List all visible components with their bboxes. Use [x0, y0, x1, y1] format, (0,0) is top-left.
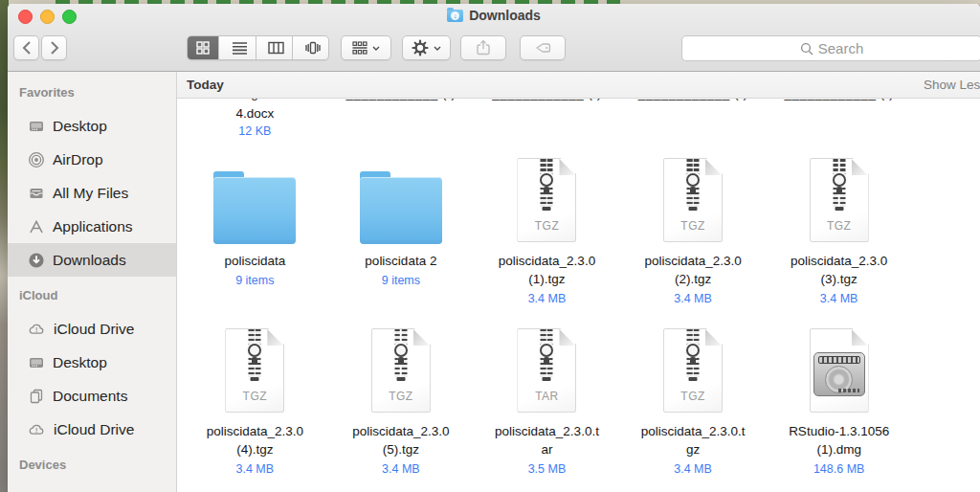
downloads-folder-icon [447, 10, 463, 22]
file-item-archive[interactable]: TAR poliscidata_2.3.0.tar 3.5 MB [474, 320, 620, 490]
tgz-archive-icon: TGZ [328, 320, 475, 415]
file-name: poliscidata_2.3.0(1).tgz [474, 252, 620, 288]
forward-button[interactable] [41, 35, 67, 60]
folder-icon [328, 149, 475, 245]
sidebar-item-label: iCloud Drive [54, 321, 134, 338]
sidebar-item-label: Applications [53, 218, 133, 235]
tgz-archive-icon: TGZ [620, 320, 767, 415]
grid-view-icon [196, 41, 210, 55]
search-icon [800, 42, 813, 56]
file-size: 3.4 MB [620, 462, 767, 476]
file-item-archive[interactable]: TGZ poliscidata_2.3.0(2).tgz 3.4 MB [620, 149, 767, 320]
svg-text:!: ! [35, 426, 37, 433]
arrange-button[interactable] [341, 35, 391, 60]
window-title-area: Downloads [8, 8, 980, 23]
applications-icon [28, 218, 45, 235]
group-title: Today [187, 72, 224, 98]
sidebar-item-desktop[interactable]: Desktop [8, 109, 176, 143]
file-item-partial[interactable]: ____________ ( ) [766, 99, 912, 149]
file-item-partial[interactable]: ____________ ( ) [474, 99, 620, 149]
file-name: poliscidata [182, 252, 328, 270]
column-view-icon [268, 41, 284, 55]
icon-grid: g 4.docx 12 KB ____________ ( ) ________… [177, 99, 980, 490]
sidebar-item-applications[interactable]: Applications [8, 210, 176, 243]
action-menu-button[interactable] [402, 35, 451, 60]
chevron-down-icon [434, 46, 441, 51]
file-item-disk-image[interactable]: RStudio-1.3.1056(1).dmg 148.6 MB [766, 320, 912, 490]
all-my-files-icon [28, 185, 45, 202]
file-item-partial[interactable]: ____________ ( ) [620, 99, 767, 149]
icon-view-button[interactable] [188, 36, 219, 59]
sidebar-item-airdrop[interactable]: AirDrop [8, 143, 176, 176]
file-item-folder[interactable]: poliscidata 2 9 items [328, 149, 475, 320]
tag-button[interactable] [520, 35, 566, 60]
sidebar-item-downloads[interactable]: Downloads [8, 243, 176, 277]
tgz-archive-icon: TGZ [620, 149, 767, 245]
file-name: poliscidata_2.3.0.tar [474, 422, 620, 458]
icloud-drive-icon: ! [28, 321, 46, 338]
svg-text:!: ! [35, 325, 37, 332]
coverflow-view-button[interactable] [298, 36, 328, 59]
share-button[interactable] [460, 35, 506, 60]
file-size: 9 items [182, 274, 328, 287]
file-browser-content: Today Show Less g 4.docx 12 KB _________… [177, 72, 980, 492]
file-name: poliscidata_2.3.0(5).tgz [328, 422, 475, 458]
sidebar-section-devices: Devices [8, 458, 176, 472]
documents-icon [28, 388, 45, 405]
sidebar-item-desktop-icloud[interactable]: Desktop [8, 346, 176, 379]
sidebar-item-all-my-files[interactable]: All My Files [8, 176, 176, 210]
sidebar-item-label: All My Files [53, 185, 128, 202]
desktop-icon [28, 354, 45, 371]
file-name: poliscidata 2 [328, 252, 475, 270]
window-chrome: Downloads [8, 4, 980, 72]
column-view-button[interactable] [261, 36, 293, 59]
partial-file-row: g 4.docx 12 KB ____________ ( ) ________… [182, 99, 980, 149]
sidebar-section-icloud: iCloud [8, 288, 176, 302]
airdrop-icon [28, 151, 45, 168]
sidebar-item-label: Desktop [53, 354, 107, 371]
chevron-down-icon [372, 46, 380, 51]
arrange-icon [352, 41, 368, 55]
tgz-archive-icon: TGZ [474, 149, 620, 245]
file-item-archive[interactable]: TGZ poliscidata_2.3.0(3).tgz 3.4 MB [766, 149, 912, 320]
file-size: 148.6 MB [766, 462, 912, 476]
sidebar-item-label: Documents [53, 388, 127, 405]
file-item-folder[interactable]: poliscidata 9 items [182, 149, 328, 320]
list-view-button[interactable] [224, 36, 256, 59]
group-header-today: Today Show Less [177, 72, 980, 99]
file-item-archive[interactable]: TGZ poliscidata_2.3.0.tgz 3.4 MB [620, 320, 767, 490]
file-item-partial[interactable]: ____________ ( ) [328, 99, 475, 149]
share-icon [475, 39, 492, 56]
file-name: poliscidata_2.3.0(3).tgz [766, 252, 912, 288]
tgz-archive-icon: TGZ [766, 149, 912, 245]
file-row: poliscidata 9 items poliscidata 2 9 item… [182, 149, 980, 320]
view-mode-segmented-control [187, 35, 329, 60]
file-item-partial[interactable]: g 4.docx 12 KB [182, 99, 328, 149]
sidebar-item-icloud-drive[interactable]: ! iCloud Drive [8, 312, 176, 346]
file-item-archive[interactable]: TGZ poliscidata_2.3.0(4).tgz 3.4 MB [182, 320, 328, 490]
show-less-button[interactable]: Show Less [924, 72, 980, 98]
back-button[interactable] [13, 35, 39, 60]
file-name: 4.docx [182, 105, 328, 123]
dmg-disk-image-icon [766, 320, 912, 415]
file-size: 9 items [328, 274, 475, 287]
downloads-icon [28, 252, 45, 269]
file-name: poliscidata_2.3.0(4).tgz [182, 422, 328, 458]
sidebar-item-icloud-drive-2[interactable]: ! iCloud Drive [8, 413, 176, 446]
file-row: TGZ poliscidata_2.3.0(4).tgz 3.4 MB TGZ … [182, 320, 980, 490]
file-size: 3.5 MB [474, 462, 620, 476]
sidebar-item-documents[interactable]: Documents [8, 379, 176, 413]
file-size: 3.4 MB [620, 292, 767, 305]
search-placeholder: Search [818, 40, 864, 56]
folder-icon [182, 149, 328, 245]
sidebar-item-label: Downloads [53, 252, 126, 269]
icloud-drive-icon: ! [28, 421, 46, 438]
search-input[interactable]: Search [681, 35, 980, 61]
file-name: RStudio-1.3.1056(1).dmg [766, 422, 912, 458]
finder-window: Downloads [8, 4, 980, 492]
file-item-archive[interactable]: TGZ poliscidata_2.3.0(5).tgz 3.4 MB [328, 320, 475, 490]
file-name: poliscidata_2.3.0(2).tgz [620, 252, 767, 288]
file-item-archive[interactable]: TGZ poliscidata_2.3.0(1).tgz 3.4 MB [474, 149, 620, 320]
list-view-icon [233, 41, 247, 55]
file-size: 3.4 MB [328, 462, 475, 476]
